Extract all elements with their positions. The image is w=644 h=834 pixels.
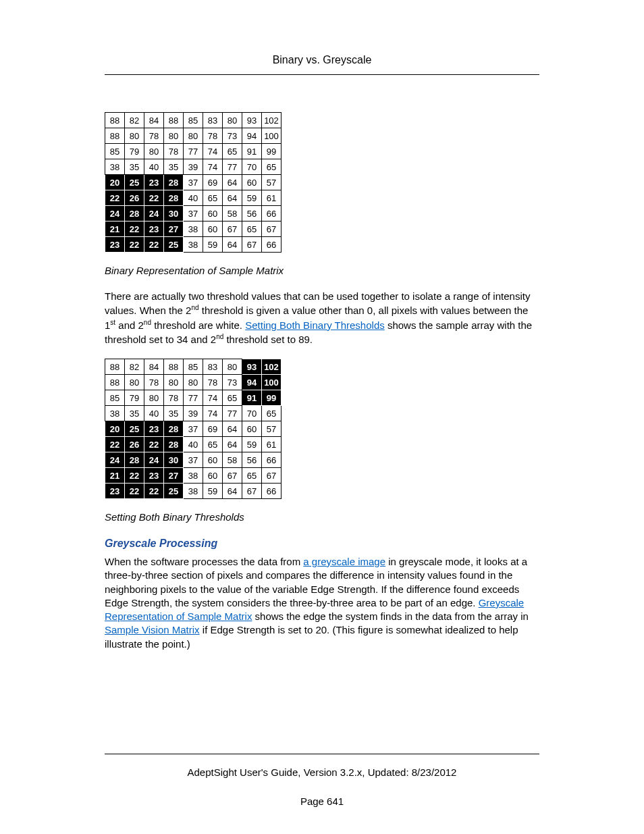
matrix-cell: 58 <box>223 206 242 221</box>
caption-binary-rep: Binary Representation of Sample Matrix <box>105 265 539 276</box>
matrix-cell: 77 <box>223 159 242 175</box>
matrix-cell: 35 <box>164 159 184 175</box>
matrix-cell: 77 <box>223 406 242 421</box>
matrix-cell: 26 <box>125 437 144 452</box>
matrix-cell: 100 <box>262 375 281 390</box>
matrix-cell: 78 <box>144 375 164 390</box>
matrix-cell: 37 <box>184 452 203 468</box>
matrix-cell: 84 <box>144 113 164 128</box>
matrix-cell: 60 <box>203 468 223 484</box>
matrix-cell: 59 <box>242 190 262 206</box>
matrix-cell: 40 <box>144 406 164 421</box>
matrix-cell: 77 <box>184 390 203 406</box>
matrix-cell: 60 <box>242 175 262 190</box>
matrix-cell: 23 <box>105 237 125 253</box>
caption-setting-both: Setting Both Binary Thresholds <box>105 511 539 523</box>
matrix-cell: 70 <box>242 406 262 421</box>
matrix-cell: 37 <box>184 175 203 190</box>
matrix-cell: 80 <box>144 390 164 406</box>
matrix-cell: 79 <box>125 390 144 406</box>
matrix-cell: 24 <box>144 452 164 468</box>
matrix-cell: 85 <box>105 144 125 159</box>
matrix-cell: 57 <box>262 175 281 190</box>
matrix-cell: 80 <box>184 375 203 390</box>
matrix-cell: 37 <box>184 421 203 437</box>
matrix-cell: 22 <box>105 437 125 452</box>
matrix-cell: 22 <box>144 190 164 206</box>
matrix-cell: 83 <box>203 359 223 375</box>
matrix-cell: 25 <box>125 421 144 437</box>
page: Binary vs. Greyscale 8882848885838093102… <box>0 0 644 834</box>
matrix-cell: 83 <box>203 113 223 128</box>
matrix-cell: 67 <box>242 237 262 253</box>
link-setting-both-binary-thresholds[interactable]: Setting Both Binary Thresholds <box>245 319 385 331</box>
matrix-cell: 65 <box>242 468 262 484</box>
matrix-cell: 93 <box>242 359 262 375</box>
matrix-cell: 88 <box>105 359 125 375</box>
footer-page-number: Page 641 <box>0 796 644 807</box>
matrix-cell: 28 <box>125 206 144 221</box>
matrix-cell: 30 <box>164 452 184 468</box>
matrix-cell: 40 <box>144 159 164 175</box>
matrix-cell: 67 <box>223 221 242 237</box>
matrix-cell: 56 <box>242 452 262 468</box>
link-greyscale-image[interactable]: a greyscale image <box>303 556 385 567</box>
matrix-binary-dual-threshold: 8882848885838093102888078808078739410085… <box>105 359 281 499</box>
matrix-cell: 56 <box>242 206 262 221</box>
matrix-cell: 66 <box>262 237 281 253</box>
matrix-cell: 23 <box>105 484 125 499</box>
matrix-cell: 28 <box>164 190 184 206</box>
matrix-cell: 64 <box>223 237 242 253</box>
matrix-cell: 66 <box>262 484 281 499</box>
text: When the software processes the data fro… <box>105 556 303 567</box>
matrix-cell: 73 <box>223 128 242 144</box>
matrix-cell: 66 <box>262 206 281 221</box>
footer-guide-info: AdeptSight User's Guide, Version 3.2.x, … <box>0 766 644 778</box>
matrix-cell: 80 <box>164 128 184 144</box>
matrix-cell: 21 <box>105 468 125 484</box>
matrix-cell: 38 <box>105 159 125 175</box>
matrix-cell: 21 <box>105 221 125 237</box>
matrix-cell: 37 <box>184 206 203 221</box>
matrix-cell: 64 <box>223 190 242 206</box>
sup-nd: nd <box>216 333 223 340</box>
matrix-cell: 64 <box>223 437 242 452</box>
matrix-cell: 64 <box>223 175 242 190</box>
matrix-cell: 102 <box>262 113 281 128</box>
matrix-cell: 78 <box>164 144 184 159</box>
matrix-cell: 24 <box>105 452 125 468</box>
matrix-cell: 80 <box>223 113 242 128</box>
matrix-cell: 22 <box>125 237 144 253</box>
matrix-cell: 74 <box>203 159 223 175</box>
matrix-cell: 24 <box>105 206 125 221</box>
matrix-cell: 67 <box>262 468 281 484</box>
matrix-cell: 59 <box>203 484 223 499</box>
matrix-cell: 57 <box>262 421 281 437</box>
matrix-cell: 74 <box>203 144 223 159</box>
matrix-cell: 79 <box>125 144 144 159</box>
link-sample-vision-matrix[interactable]: Sample Vision Matrix <box>105 624 200 635</box>
matrix-cell: 99 <box>262 144 281 159</box>
matrix-cell: 23 <box>144 221 164 237</box>
matrix-cell: 65 <box>223 390 242 406</box>
matrix-cell: 38 <box>184 237 203 253</box>
matrix-cell: 23 <box>144 468 164 484</box>
matrix-cell: 102 <box>262 359 281 375</box>
text: and 2 <box>115 319 144 331</box>
matrix-cell: 84 <box>144 359 164 375</box>
matrix-cell: 23 <box>144 421 164 437</box>
header-rule <box>105 74 539 75</box>
matrix-cell: 22 <box>144 237 164 253</box>
matrix-cell: 80 <box>164 375 184 390</box>
matrix-cell: 64 <box>223 421 242 437</box>
matrix-cell: 65 <box>242 221 262 237</box>
matrix-cell: 38 <box>184 221 203 237</box>
matrix-cell: 78 <box>203 375 223 390</box>
matrix-cell: 73 <box>223 375 242 390</box>
matrix-cell: 30 <box>164 206 184 221</box>
matrix-cell: 22 <box>125 484 144 499</box>
matrix-cell: 65 <box>203 437 223 452</box>
sup-nd: nd <box>144 319 151 326</box>
matrix-cell: 99 <box>262 390 281 406</box>
page-header-title: Binary vs. Greyscale <box>105 54 539 66</box>
